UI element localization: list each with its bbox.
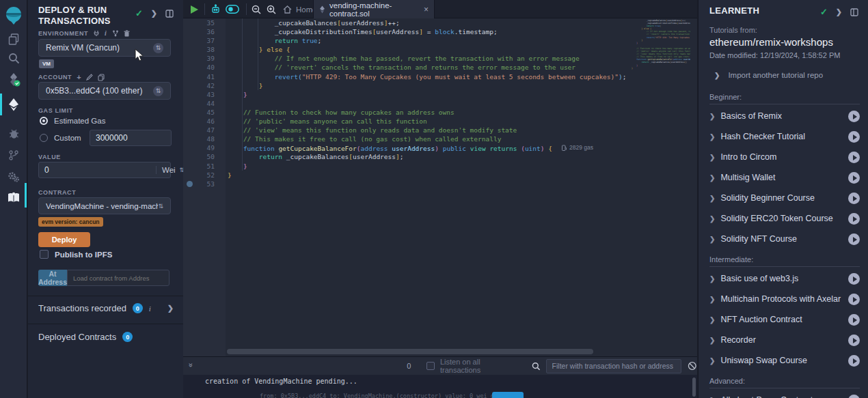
horizontal-scrollbar[interactable]: [227, 349, 593, 354]
line-number[interactable]: 53: [183, 180, 226, 188]
code-line[interactable]: [228, 99, 697, 108]
listen-all-checkbox[interactable]: [426, 362, 435, 370]
collapse-terminal-icon[interactable]: «: [186, 365, 194, 367]
add-account-icon[interactable]: +: [77, 73, 81, 81]
debug-button[interactable]: [492, 392, 524, 398]
deploy-button[interactable]: Deploy: [38, 232, 90, 247]
code-line[interactable]: return true;: [228, 36, 697, 45]
file-explorer-icon[interactable]: [0, 29, 27, 49]
line-number[interactable]: 51: [183, 162, 226, 171]
zoom-out-icon[interactable]: [252, 0, 261, 18]
line-number[interactable]: 39: [183, 54, 226, 63]
code-line[interactable]: function getCupcakeBalanceFor(address us…: [228, 143, 697, 152]
tutorial-item[interactable]: ❯Basic use of web3.js: [709, 268, 860, 289]
pin-panel-icon[interactable]: [165, 10, 174, 18]
code-line[interactable]: }: [228, 162, 697, 171]
code-line[interactable]: _cupcakeDistributionTimes[userAddress] =…: [228, 27, 697, 36]
custom-gas-option[interactable]: Custom: [40, 134, 81, 142]
zoom-in-icon[interactable]: [267, 0, 276, 18]
tutorial-item[interactable]: ❯Multisig Wallet: [709, 167, 860, 188]
terminal-output[interactable]: creation of VendingMachine pending... fr…: [183, 375, 697, 398]
start-tutorial-play-button[interactable]: [848, 355, 860, 367]
debugger-icon[interactable]: [0, 123, 27, 143]
learneth-book-icon[interactable]: [0, 187, 27, 208]
code-line[interactable]: // Function to check how many cupcakes a…: [228, 108, 697, 117]
solidity-compiler-icon[interactable]: [0, 70, 27, 90]
transactions-recorded-row[interactable]: Transactions recorded 0 i ❯: [38, 303, 174, 313]
start-tutorial-play-button[interactable]: [848, 314, 860, 326]
code-line[interactable]: // 'public' means anyone can call this f…: [228, 117, 697, 126]
value-input[interactable]: [39, 162, 156, 177]
custom-gas-input[interactable]: [90, 130, 172, 146]
start-tutorial-play-button[interactable]: [848, 111, 860, 122]
at-address-button[interactable]: At Address: [38, 270, 67, 286]
code-line[interactable]: }: [228, 81, 697, 90]
terminal-search-icon[interactable]: [532, 362, 541, 371]
code-content[interactable]: _cupcakeBalances[userAddress]++; _cupcak…: [226, 18, 697, 356]
start-tutorial-play-button[interactable]: [848, 395, 860, 398]
line-number[interactable]: 41: [183, 72, 226, 81]
panel-forward-icon[interactable]: ❯: [151, 9, 157, 18]
tutorial-item[interactable]: ❯Uniswap Swap Course: [709, 350, 860, 371]
line-number[interactable]: 48: [183, 134, 226, 143]
start-tutorial-play-button[interactable]: [848, 233, 860, 245]
account-select[interactable]: 0x5B3...eddC4 (100 ether) ⇅: [38, 82, 171, 100]
terminal-scrollbar[interactable]: [692, 378, 696, 397]
run-script-button[interactable]: [190, 0, 199, 18]
tutorial-item[interactable]: ❯Multichain Protocols with Axelar: [709, 289, 860, 309]
tutorial-item[interactable]: ❯Solidity ERC20 Token Course: [709, 208, 860, 229]
start-tutorial-play-button[interactable]: [848, 335, 860, 346]
line-number[interactable]: 46: [183, 117, 226, 126]
start-tutorial-play-button[interactable]: [848, 213, 860, 225]
environment-select[interactable]: Remix VM (Cancun) ⇅: [38, 39, 171, 57]
clear-terminal-icon[interactable]: [688, 361, 697, 371]
tutorial-item[interactable]: ❯Hash Checker Tutorial: [709, 126, 860, 147]
line-number[interactable]: 40: [183, 63, 226, 72]
start-tutorial-play-button[interactable]: [848, 273, 860, 285]
code-line[interactable]: } else {: [228, 45, 697, 54]
estimated-gas-option[interactable]: Estimated Gas: [40, 117, 105, 125]
tutorial-item[interactable]: ❯Solidity NFT Course: [709, 229, 860, 249]
value-unit-select[interactable]: Wei⇅: [156, 166, 185, 174]
trash-icon[interactable]: [124, 30, 130, 37]
code-line[interactable]: // 'revert' cancels the transaction and …: [228, 63, 697, 72]
at-address-input[interactable]: [67, 270, 169, 286]
expand-transactions-icon[interactable]: ❯: [167, 304, 174, 313]
line-number[interactable]: 52: [183, 171, 226, 180]
close-tab-icon[interactable]: ×: [424, 5, 429, 14]
tutorial-item[interactable]: ❯NFT Auction Contract: [709, 309, 860, 330]
tab-vending-machine-contract[interactable]: vending-machine-contract.sol ×: [313, 0, 435, 18]
ai-assistant-icon[interactable]: [211, 0, 221, 18]
info-icon[interactable]: i: [149, 304, 151, 313]
code-editor[interactable]: 35363738394041424344454647484950515253 _…: [183, 18, 697, 356]
line-number[interactable]: 44: [183, 99, 226, 108]
info-icon[interactable]: i: [105, 29, 107, 37]
edit-account-icon[interactable]: [86, 74, 93, 81]
code-line[interactable]: [228, 180, 697, 188]
pin-panel-icon[interactable]: [850, 8, 858, 16]
start-tutorial-play-button[interactable]: [848, 172, 860, 184]
line-number[interactable]: 47: [183, 126, 226, 134]
git-icon[interactable]: [0, 145, 27, 165]
editor-gutter[interactable]: 35363738394041424344454647484950515253: [183, 18, 226, 356]
start-tutorial-play-button[interactable]: [848, 152, 860, 163]
code-line[interactable]: // 'view' means this function only reads…: [228, 126, 697, 134]
code-line[interactable]: }: [228, 171, 697, 180]
code-line[interactable]: // This makes it free to call (no gas co…: [228, 134, 697, 143]
line-number[interactable]: 42: [183, 81, 226, 90]
breakpoint-dot[interactable]: [187, 181, 193, 187]
fork-environment-icon[interactable]: [112, 30, 119, 37]
line-number[interactable]: 45: [183, 108, 226, 117]
copilot-toggle[interactable]: [226, 0, 239, 18]
tutorial-item[interactable]: ❯Intro to Circom: [709, 147, 860, 167]
tutorial-item[interactable]: ❯Solidity Beginner Course: [709, 188, 860, 208]
code-line[interactable]: // If not enough time has passed, revert…: [228, 54, 697, 63]
code-line[interactable]: return _cupcakeBalances[userAddress];: [228, 152, 697, 161]
search-icon[interactable]: [0, 48, 27, 68]
remix-logo[interactable]: [0, 4, 27, 27]
publish-ipfs-checkbox[interactable]: [40, 250, 49, 259]
line-number[interactable]: 38: [183, 45, 226, 54]
tutorial-item[interactable]: ❯Recorder: [709, 330, 860, 350]
import-tutorial-repo[interactable]: ❯ Import another tutorial repo: [709, 71, 860, 79]
plug-icon[interactable]: [93, 30, 100, 37]
